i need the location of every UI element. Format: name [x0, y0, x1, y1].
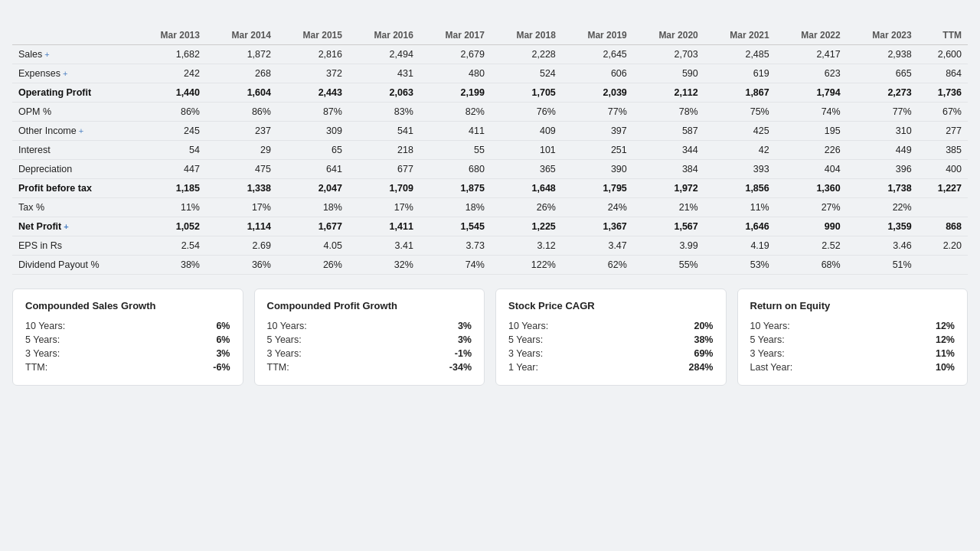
- summary-card-1: Compounded Profit Growth10 Years:3%5 Yea…: [254, 289, 485, 386]
- table-row: Expenses +242268372431480524606590619623…: [12, 64, 968, 83]
- cell-value: 122%: [491, 256, 562, 275]
- cell-value: 277: [918, 122, 968, 141]
- cell-value: 1,677: [277, 217, 348, 236]
- card-row-label: TTM:: [25, 362, 47, 373]
- cell-value: 3.47: [562, 236, 633, 256]
- table-row: Operating Profit1,4401,6042,4432,0632,19…: [12, 83, 968, 103]
- page-wrapper: Mar 2013Mar 2014Mar 2015Mar 2016Mar 2017…: [0, 0, 980, 551]
- expand-plus-icon[interactable]: +: [60, 69, 67, 78]
- cell-value: 2,485: [704, 45, 776, 64]
- card-title: Stock Price CAGR: [508, 300, 714, 311]
- cell-value: 1,682: [135, 45, 206, 64]
- row-label-sales: Sales +: [12, 45, 135, 64]
- expand-plus-icon[interactable]: +: [61, 222, 68, 231]
- cell-value: 2.54: [135, 236, 206, 256]
- cell-value: 2.52: [776, 236, 847, 256]
- cell-value: 1,367: [562, 217, 633, 236]
- cell-value: 65: [277, 141, 348, 160]
- cell-value: 1,359: [847, 217, 918, 236]
- card-row-value: 6%: [216, 334, 230, 345]
- cell-value: 4.19: [704, 236, 776, 256]
- cell-value: 42: [704, 141, 776, 160]
- cell-value: 54: [135, 141, 206, 160]
- card-row-label: 10 Years:: [508, 321, 548, 331]
- cell-value: 1,360: [776, 179, 847, 198]
- cell-value: 3.73: [420, 236, 491, 256]
- cell-value: 2,703: [633, 45, 704, 64]
- cell-value: 2,112: [633, 83, 704, 103]
- cell-value: 310: [847, 122, 918, 141]
- card-data-row: 5 Years:38%: [508, 333, 714, 347]
- cell-value: 365: [491, 160, 562, 179]
- cell-value: 1,567: [633, 217, 704, 236]
- cell-value: 55%: [633, 256, 704, 275]
- cell-value: 385: [918, 141, 968, 160]
- cell-value: 990: [776, 217, 847, 236]
- cell-value: 36%: [206, 256, 277, 275]
- cell-value: 1,794: [776, 83, 847, 103]
- cell-value: 1,709: [348, 179, 420, 198]
- expand-plus-icon[interactable]: +: [77, 126, 83, 135]
- cell-value: 11%: [704, 198, 776, 217]
- cell-value: 396: [847, 160, 918, 179]
- cell-value: 425: [704, 122, 776, 141]
- card-title: Compounded Sales Growth: [25, 300, 230, 311]
- cell-value: 78%: [633, 103, 704, 122]
- cell-value: 4.05: [277, 236, 348, 256]
- cell-value: 397: [562, 122, 633, 141]
- col-header-Mar-2021: Mar 2021: [704, 26, 776, 45]
- cell-value: 409: [491, 122, 562, 141]
- cell-value: 1,411: [348, 217, 420, 236]
- cell-value: 390: [562, 160, 633, 179]
- cell-value: 38%: [135, 256, 206, 275]
- cell-value: 677: [348, 160, 420, 179]
- cell-value: [918, 256, 968, 275]
- card-row-label: 3 Years:: [267, 348, 302, 359]
- card-data-row: 5 Years:12%: [750, 333, 956, 347]
- cell-value: 3.41: [348, 236, 420, 256]
- card-data-row: 10 Years:6%: [25, 319, 230, 333]
- profit-loss-table: Mar 2013Mar 2014Mar 2015Mar 2016Mar 2017…: [12, 26, 968, 275]
- cell-value: 2.20: [918, 236, 968, 256]
- row-label-profit-before-tax: Profit before tax: [12, 179, 135, 198]
- cell-value: 82%: [420, 103, 491, 122]
- table-row: OPM %86%86%87%83%82%76%77%78%75%74%77%67…: [12, 103, 968, 122]
- card-data-row: 5 Years:6%: [25, 333, 230, 347]
- col-header-Mar-2020: Mar 2020: [633, 26, 704, 45]
- cell-value: 3.12: [491, 236, 562, 256]
- cell-value: 226: [776, 141, 847, 160]
- cell-value: 864: [918, 64, 968, 83]
- row-label-dividend-payout-%: Dividend Payout %: [12, 256, 135, 275]
- col-header-TTM: TTM: [918, 26, 968, 45]
- cell-value: 524: [491, 64, 562, 83]
- cell-value: 17%: [348, 198, 420, 217]
- cell-value: 619: [704, 64, 776, 83]
- card-row-value: 6%: [216, 321, 230, 331]
- card-title: Return on Equity: [750, 300, 956, 311]
- cell-value: 27%: [776, 198, 847, 217]
- table-row: Depreciation4474756416776803653903843934…: [12, 160, 968, 179]
- cell-value: 1,338: [206, 179, 277, 198]
- cell-value: 1,227: [918, 179, 968, 198]
- card-row-value: -34%: [449, 362, 472, 373]
- col-header-Mar-2015: Mar 2015: [277, 26, 348, 45]
- cell-value: 1,225: [491, 217, 562, 236]
- cell-value: 3.99: [633, 236, 704, 256]
- cell-value: 218: [348, 141, 420, 160]
- col-header-Mar-2022: Mar 2022: [776, 26, 847, 45]
- row-label-operating-profit: Operating Profit: [12, 83, 135, 103]
- cell-value: 665: [847, 64, 918, 83]
- card-row-label: 3 Years:: [750, 348, 785, 359]
- row-label-tax-%: Tax %: [12, 198, 135, 217]
- cell-value: 447: [135, 160, 206, 179]
- cell-value: 32%: [348, 256, 420, 275]
- cell-value: 480: [420, 64, 491, 83]
- card-data-row: TTM:-34%: [267, 360, 472, 374]
- cell-value: 2,443: [277, 83, 348, 103]
- cell-value: 2,273: [847, 83, 918, 103]
- card-row-value: 284%: [689, 362, 714, 373]
- cell-value: 344: [633, 141, 704, 160]
- summary-card-0: Compounded Sales Growth10 Years:6%5 Year…: [12, 289, 243, 386]
- expand-plus-icon[interactable]: +: [42, 50, 49, 59]
- row-label-eps-in-rs: EPS in Rs: [12, 236, 135, 256]
